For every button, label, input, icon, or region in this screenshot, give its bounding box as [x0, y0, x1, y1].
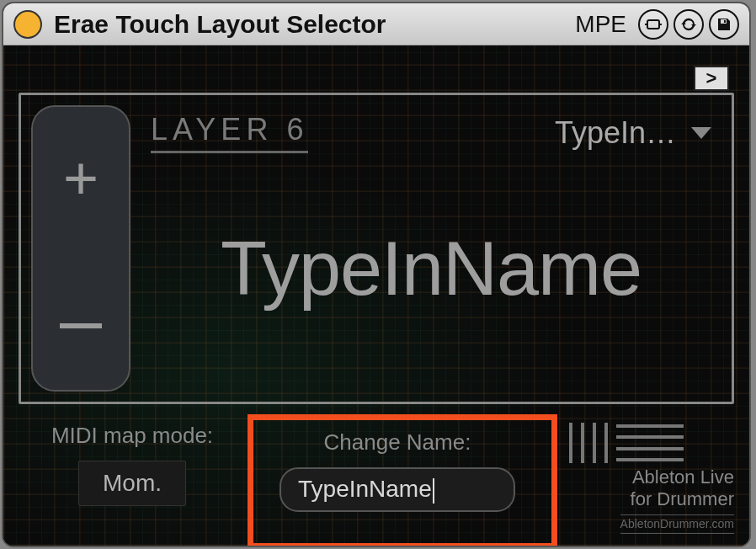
- layout-name-display: TypeInName: [151, 153, 711, 385]
- branding: Ableton Live for Drummer AbletonDrummer.…: [549, 423, 734, 534]
- layout-dropdown[interactable]: TypeIn…: [555, 115, 711, 151]
- device-active-indicator[interactable]: [13, 10, 42, 39]
- svg-marker-3: [681, 22, 686, 24]
- svg-rect-0: [647, 20, 659, 29]
- change-name-label: Change Name:: [274, 429, 521, 456]
- titlebar: Erae Touch Layout Selector MPE: [3, 3, 749, 45]
- plus-icon: +: [63, 143, 98, 212]
- device-title: Erae Touch Layout Selector: [54, 10, 575, 39]
- main-frame: + – LAYER 6 TypeIn… TypeInName: [19, 93, 734, 404]
- svg-rect-6: [724, 20, 726, 23]
- brand-line-2: for Drummer: [549, 488, 734, 510]
- bottom-row: MIDI map mode: Mom. Change Name: TypeInN…: [19, 423, 734, 534]
- mpe-label: MPE: [575, 11, 626, 38]
- chevron-down-icon: [691, 127, 711, 139]
- expand-view-icon[interactable]: [638, 9, 668, 40]
- layer-increment-button[interactable]: +: [33, 107, 129, 248]
- midi-map-label: MIDI map mode:: [19, 423, 246, 449]
- midi-map-mode-button[interactable]: Mom.: [78, 461, 186, 506]
- main-content: LAYER 6 TypeIn… TypeInName: [130, 95, 732, 402]
- layer-decrement-button[interactable]: –: [33, 248, 129, 390]
- name-input[interactable]: TypeInName: [280, 467, 515, 512]
- panel-expand-button[interactable]: >: [694, 66, 729, 91]
- brand-url: AbletonDrummer.com: [620, 514, 734, 534]
- save-icon[interactable]: [709, 9, 739, 40]
- ableton-logo-icon: [549, 423, 734, 463]
- layer-label: LAYER 6: [151, 112, 308, 153]
- text-caret: [433, 478, 434, 504]
- dropdown-value: TypeIn…: [555, 115, 676, 151]
- refresh-icon[interactable]: [673, 9, 704, 40]
- midi-map-section: MIDI map mode: Mom.: [19, 423, 246, 506]
- change-name-section: Change Name: TypeInName: [258, 423, 536, 527]
- device-window: Erae Touch Layout Selector MPE > + –: [2, 2, 751, 547]
- brand-line-1: Ableton Live: [549, 466, 734, 488]
- layer-stepper: + –: [31, 105, 130, 392]
- name-input-value: TypeInName: [298, 476, 432, 502]
- device-body: > + – LAYER 6 TypeIn… TypeInN: [3, 45, 749, 546]
- svg-marker-4: [691, 24, 696, 27]
- top-row: LAYER 6 TypeIn…: [151, 112, 711, 153]
- chevron-right-icon: >: [706, 67, 717, 89]
